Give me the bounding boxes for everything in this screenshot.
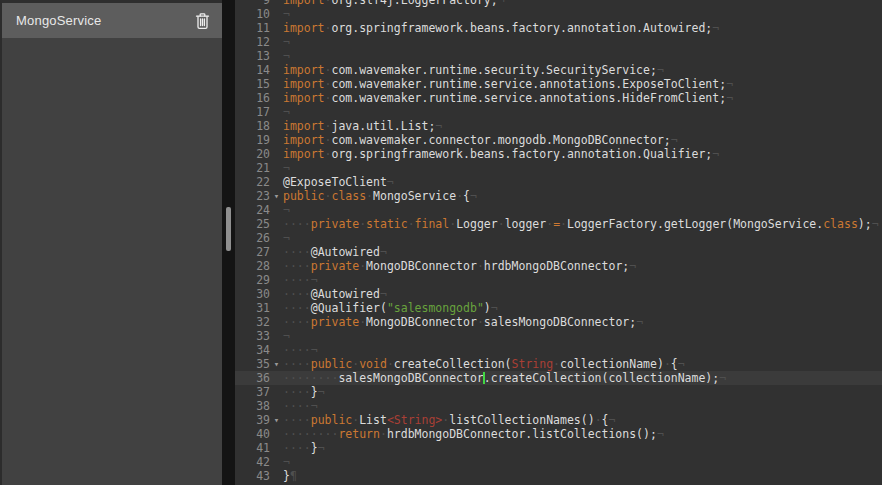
code-line[interactable]: 16import·com.wavemaker.runtime.service.a…	[235, 91, 882, 105]
line-number: 25	[256, 217, 270, 231]
code-line[interactable]: 38····¬	[235, 399, 882, 413]
sidebar-item-mongoservice[interactable]: MongoService	[2, 3, 222, 38]
fold-spacer	[270, 0, 283, 7]
code-text: ····@Autowired¬	[283, 287, 882, 301]
fold-spacer	[270, 399, 283, 413]
code-line[interactable]: 10¬	[235, 7, 882, 21]
code-text: ····private·MongoDBConnector·salesMongoD…	[283, 315, 882, 329]
code-line[interactable]: 11import·org.springframework.beans.facto…	[235, 21, 882, 35]
code-text: ········salesMongoDBConnector.createColl…	[283, 371, 882, 385]
fold-spacer	[270, 49, 283, 63]
line-number: 39	[256, 413, 270, 427]
line-number: 12	[256, 35, 270, 49]
code-line[interactable]: 30····@Autowired¬	[235, 287, 882, 301]
code-line[interactable]: 32····private·MongoDBConnector·salesMong…	[235, 315, 882, 329]
code-line[interactable]: 13¬	[235, 49, 882, 63]
code-line[interactable]: 24¬	[235, 203, 882, 217]
code-text: ¬	[283, 105, 882, 119]
code-line[interactable]: 39▾····public·List<String>·listCollectio…	[235, 413, 882, 427]
code-editor[interactable]: 9import·org.slf4j.LoggerFactory;¬10¬11im…	[235, 0, 882, 485]
code-line[interactable]: 25····private·static·final·Logger·logger…	[235, 217, 882, 231]
code-text: ····¬	[283, 399, 882, 413]
fold-spacer	[270, 231, 283, 245]
code-text: ····public·List<String>·listCollectionNa…	[283, 413, 882, 427]
line-number: 29	[256, 273, 270, 287]
services-sidebar: MongoService	[0, 0, 222, 485]
text-cursor	[483, 372, 485, 384]
fold-spacer	[270, 21, 283, 35]
fold-spacer	[270, 259, 283, 273]
line-number: 31	[256, 301, 270, 315]
line-number: 13	[256, 49, 270, 63]
line-number: 35	[256, 357, 270, 371]
panel-divider[interactable]	[222, 0, 235, 485]
code-line[interactable]: 41····}¬	[235, 441, 882, 455]
code-line[interactable]: 40········return·hrdbMongoDBConnector.li…	[235, 427, 882, 441]
code-text: ¬	[283, 49, 882, 63]
code-line[interactable]: 29····¬	[235, 273, 882, 287]
fold-spacer	[270, 427, 283, 441]
fold-spacer	[270, 175, 283, 189]
code-text: ····¬	[283, 343, 882, 357]
code-line[interactable]: 36········salesMongoDBConnector.createCo…	[235, 371, 882, 385]
code-line[interactable]: 18import·java.util.List;¬	[235, 119, 882, 133]
line-number: 23	[256, 189, 270, 203]
code-line[interactable]: 37····}¬	[235, 385, 882, 399]
code-text: ¬	[283, 161, 882, 175]
code-line[interactable]: 22@ExposeToClient¬	[235, 175, 882, 189]
code-text: ····private·static·final·Logger·logger·=…	[283, 217, 882, 231]
code-text: import·org.springframework.beans.factory…	[283, 21, 882, 35]
code-line[interactable]: 42¬	[235, 455, 882, 469]
code-line[interactable]: 33¬	[235, 329, 882, 343]
code-line[interactable]: 26¬	[235, 231, 882, 245]
line-number: 21	[256, 161, 270, 175]
code-line[interactable]: 19import·com.wavemaker.connector.mongodb…	[235, 133, 882, 147]
code-line[interactable]: 34····¬	[235, 343, 882, 357]
code-line[interactable]: 21¬	[235, 161, 882, 175]
code-line[interactable]: 35▾····public·void·createCollection(Stri…	[235, 357, 882, 371]
code-line[interactable]: 27····@Autowired¬	[235, 245, 882, 259]
line-number: 41	[256, 441, 270, 455]
line-number: 14	[256, 63, 270, 77]
line-number: 27	[256, 245, 270, 259]
fold-spacer	[270, 455, 283, 469]
code-line[interactable]: 28····private·MongoDBConnector·hrdbMongo…	[235, 259, 882, 273]
code-line[interactable]: 23▾public·class·MongoService·{¬	[235, 189, 882, 203]
code-line[interactable]: 14import·com.wavemaker.runtime.security.…	[235, 63, 882, 77]
fold-spacer	[270, 119, 283, 133]
trash-icon[interactable]	[195, 12, 210, 30]
fold-arrow-icon[interactable]: ▾	[270, 357, 283, 371]
fold-spacer	[270, 273, 283, 287]
code-line[interactable]: 12¬	[235, 35, 882, 49]
code-line[interactable]: 9import·org.slf4j.LoggerFactory;¬	[235, 0, 882, 7]
code-line[interactable]: 31····@Qualifier("salesmongodb")¬	[235, 301, 882, 315]
sidebar-scrollbar-thumb[interactable]	[226, 207, 231, 251]
code-line[interactable]: 17¬	[235, 105, 882, 119]
code-line[interactable]: 20import·org.springframework.beans.facto…	[235, 147, 882, 161]
service-name-label: MongoService	[16, 13, 102, 28]
line-number: 34	[256, 343, 270, 357]
line-number: 43	[256, 469, 270, 483]
fold-spacer	[270, 77, 283, 91]
fold-spacer	[270, 147, 283, 161]
code-text: import·com.wavemaker.runtime.service.ann…	[283, 91, 882, 105]
fold-arrow-icon[interactable]: ▾	[270, 413, 283, 427]
line-number: 18	[256, 119, 270, 133]
line-number: 15	[256, 77, 270, 91]
line-number: 16	[256, 91, 270, 105]
fold-spacer	[270, 161, 283, 175]
code-text: ····private·MongoDBConnector·hrdbMongoDB…	[283, 259, 882, 273]
line-number: 24	[256, 203, 270, 217]
fold-spacer	[270, 245, 283, 259]
line-number: 42	[256, 455, 270, 469]
code-text: import·org.springframework.beans.factory…	[283, 147, 882, 161]
code-line[interactable]: 43}¶	[235, 469, 882, 483]
code-text: ¬	[283, 35, 882, 49]
code-text: import·com.wavemaker.runtime.service.ann…	[283, 77, 882, 91]
line-number: 37	[256, 385, 270, 399]
line-number: 22	[256, 175, 270, 189]
code-text: ¬	[283, 455, 882, 469]
code-text: ····}¬	[283, 385, 882, 399]
fold-arrow-icon[interactable]: ▾	[270, 189, 283, 203]
code-line[interactable]: 15import·com.wavemaker.runtime.service.a…	[235, 77, 882, 91]
